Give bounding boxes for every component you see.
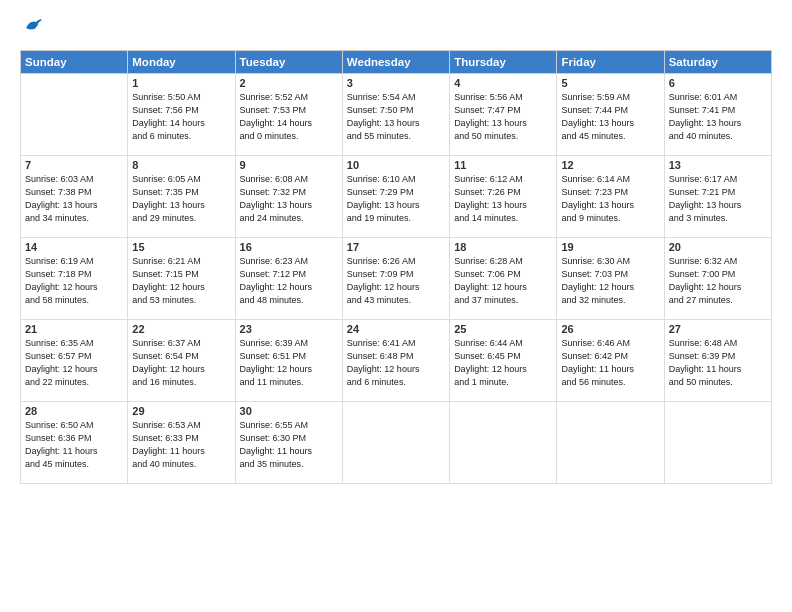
- day-number: 4: [454, 77, 552, 89]
- day-number: 16: [240, 241, 338, 253]
- day-number: 27: [669, 323, 767, 335]
- day-cell: 28Sunrise: 6:50 AM Sunset: 6:36 PM Dayli…: [21, 402, 128, 484]
- day-number: 12: [561, 159, 659, 171]
- day-cell: 11Sunrise: 6:12 AM Sunset: 7:26 PM Dayli…: [450, 156, 557, 238]
- day-number: 18: [454, 241, 552, 253]
- day-number: 8: [132, 159, 230, 171]
- day-info: Sunrise: 6:21 AM Sunset: 7:15 PM Dayligh…: [132, 255, 230, 307]
- day-info: Sunrise: 6:35 AM Sunset: 6:57 PM Dayligh…: [25, 337, 123, 389]
- day-cell: 27Sunrise: 6:48 AM Sunset: 6:39 PM Dayli…: [664, 320, 771, 402]
- day-cell: 24Sunrise: 6:41 AM Sunset: 6:48 PM Dayli…: [342, 320, 449, 402]
- day-number: 28: [25, 405, 123, 417]
- day-info: Sunrise: 6:28 AM Sunset: 7:06 PM Dayligh…: [454, 255, 552, 307]
- day-number: 17: [347, 241, 445, 253]
- day-info: Sunrise: 6:03 AM Sunset: 7:38 PM Dayligh…: [25, 173, 123, 225]
- day-cell: 22Sunrise: 6:37 AM Sunset: 6:54 PM Dayli…: [128, 320, 235, 402]
- day-cell: 5Sunrise: 5:59 AM Sunset: 7:44 PM Daylig…: [557, 74, 664, 156]
- col-header-thursday: Thursday: [450, 51, 557, 74]
- day-cell: 16Sunrise: 6:23 AM Sunset: 7:12 PM Dayli…: [235, 238, 342, 320]
- week-row-3: 14Sunrise: 6:19 AM Sunset: 7:18 PM Dayli…: [21, 238, 772, 320]
- day-info: Sunrise: 6:26 AM Sunset: 7:09 PM Dayligh…: [347, 255, 445, 307]
- day-cell: 13Sunrise: 6:17 AM Sunset: 7:21 PM Dayli…: [664, 156, 771, 238]
- week-row-5: 28Sunrise: 6:50 AM Sunset: 6:36 PM Dayli…: [21, 402, 772, 484]
- day-cell: 20Sunrise: 6:32 AM Sunset: 7:00 PM Dayli…: [664, 238, 771, 320]
- day-info: Sunrise: 6:10 AM Sunset: 7:29 PM Dayligh…: [347, 173, 445, 225]
- col-header-monday: Monday: [128, 51, 235, 74]
- day-info: Sunrise: 6:48 AM Sunset: 6:39 PM Dayligh…: [669, 337, 767, 389]
- day-number: 1: [132, 77, 230, 89]
- day-number: 21: [25, 323, 123, 335]
- day-number: 29: [132, 405, 230, 417]
- day-info: Sunrise: 6:55 AM Sunset: 6:30 PM Dayligh…: [240, 419, 338, 471]
- day-cell: [342, 402, 449, 484]
- day-info: Sunrise: 5:50 AM Sunset: 7:56 PM Dayligh…: [132, 91, 230, 143]
- col-header-sunday: Sunday: [21, 51, 128, 74]
- day-number: 9: [240, 159, 338, 171]
- day-cell: 4Sunrise: 5:56 AM Sunset: 7:47 PM Daylig…: [450, 74, 557, 156]
- day-cell: 8Sunrise: 6:05 AM Sunset: 7:35 PM Daylig…: [128, 156, 235, 238]
- day-number: 19: [561, 241, 659, 253]
- week-row-1: 1Sunrise: 5:50 AM Sunset: 7:56 PM Daylig…: [21, 74, 772, 156]
- day-cell: 23Sunrise: 6:39 AM Sunset: 6:51 PM Dayli…: [235, 320, 342, 402]
- day-info: Sunrise: 6:12 AM Sunset: 7:26 PM Dayligh…: [454, 173, 552, 225]
- day-info: Sunrise: 6:46 AM Sunset: 6:42 PM Dayligh…: [561, 337, 659, 389]
- week-row-4: 21Sunrise: 6:35 AM Sunset: 6:57 PM Dayli…: [21, 320, 772, 402]
- day-cell: 9Sunrise: 6:08 AM Sunset: 7:32 PM Daylig…: [235, 156, 342, 238]
- day-info: Sunrise: 6:08 AM Sunset: 7:32 PM Dayligh…: [240, 173, 338, 225]
- day-cell: [664, 402, 771, 484]
- day-number: 26: [561, 323, 659, 335]
- day-cell: 30Sunrise: 6:55 AM Sunset: 6:30 PM Dayli…: [235, 402, 342, 484]
- day-cell: 12Sunrise: 6:14 AM Sunset: 7:23 PM Dayli…: [557, 156, 664, 238]
- day-number: 20: [669, 241, 767, 253]
- header-row: SundayMondayTuesdayWednesdayThursdayFrid…: [21, 51, 772, 74]
- day-info: Sunrise: 5:52 AM Sunset: 7:53 PM Dayligh…: [240, 91, 338, 143]
- day-cell: [21, 74, 128, 156]
- header: [20, 18, 772, 40]
- day-number: 23: [240, 323, 338, 335]
- day-info: Sunrise: 5:54 AM Sunset: 7:50 PM Dayligh…: [347, 91, 445, 143]
- day-number: 30: [240, 405, 338, 417]
- day-cell: 10Sunrise: 6:10 AM Sunset: 7:29 PM Dayli…: [342, 156, 449, 238]
- day-cell: 7Sunrise: 6:03 AM Sunset: 7:38 PM Daylig…: [21, 156, 128, 238]
- day-cell: [557, 402, 664, 484]
- day-cell: 18Sunrise: 6:28 AM Sunset: 7:06 PM Dayli…: [450, 238, 557, 320]
- day-cell: 21Sunrise: 6:35 AM Sunset: 6:57 PM Dayli…: [21, 320, 128, 402]
- day-cell: 3Sunrise: 5:54 AM Sunset: 7:50 PM Daylig…: [342, 74, 449, 156]
- day-cell: 14Sunrise: 6:19 AM Sunset: 7:18 PM Dayli…: [21, 238, 128, 320]
- logo-bird-icon: [22, 14, 44, 36]
- logo-general: [20, 22, 44, 40]
- day-cell: 17Sunrise: 6:26 AM Sunset: 7:09 PM Dayli…: [342, 238, 449, 320]
- day-number: 25: [454, 323, 552, 335]
- day-cell: 1Sunrise: 5:50 AM Sunset: 7:56 PM Daylig…: [128, 74, 235, 156]
- day-number: 5: [561, 77, 659, 89]
- col-header-saturday: Saturday: [664, 51, 771, 74]
- day-info: Sunrise: 6:23 AM Sunset: 7:12 PM Dayligh…: [240, 255, 338, 307]
- col-header-wednesday: Wednesday: [342, 51, 449, 74]
- day-number: 2: [240, 77, 338, 89]
- day-number: 10: [347, 159, 445, 171]
- day-info: Sunrise: 6:37 AM Sunset: 6:54 PM Dayligh…: [132, 337, 230, 389]
- day-info: Sunrise: 6:32 AM Sunset: 7:00 PM Dayligh…: [669, 255, 767, 307]
- day-number: 7: [25, 159, 123, 171]
- day-info: Sunrise: 6:30 AM Sunset: 7:03 PM Dayligh…: [561, 255, 659, 307]
- day-number: 6: [669, 77, 767, 89]
- day-info: Sunrise: 5:59 AM Sunset: 7:44 PM Dayligh…: [561, 91, 659, 143]
- day-cell: [450, 402, 557, 484]
- day-number: 3: [347, 77, 445, 89]
- day-cell: 2Sunrise: 5:52 AM Sunset: 7:53 PM Daylig…: [235, 74, 342, 156]
- col-header-tuesday: Tuesday: [235, 51, 342, 74]
- day-info: Sunrise: 6:41 AM Sunset: 6:48 PM Dayligh…: [347, 337, 445, 389]
- day-info: Sunrise: 5:56 AM Sunset: 7:47 PM Dayligh…: [454, 91, 552, 143]
- day-cell: 25Sunrise: 6:44 AM Sunset: 6:45 PM Dayli…: [450, 320, 557, 402]
- week-row-2: 7Sunrise: 6:03 AM Sunset: 7:38 PM Daylig…: [21, 156, 772, 238]
- day-cell: 15Sunrise: 6:21 AM Sunset: 7:15 PM Dayli…: [128, 238, 235, 320]
- col-header-friday: Friday: [557, 51, 664, 74]
- day-info: Sunrise: 6:14 AM Sunset: 7:23 PM Dayligh…: [561, 173, 659, 225]
- day-info: Sunrise: 6:39 AM Sunset: 6:51 PM Dayligh…: [240, 337, 338, 389]
- day-number: 24: [347, 323, 445, 335]
- page: SundayMondayTuesdayWednesdayThursdayFrid…: [0, 0, 792, 612]
- day-number: 22: [132, 323, 230, 335]
- day-number: 13: [669, 159, 767, 171]
- day-info: Sunrise: 6:50 AM Sunset: 6:36 PM Dayligh…: [25, 419, 123, 471]
- logo: [20, 22, 44, 40]
